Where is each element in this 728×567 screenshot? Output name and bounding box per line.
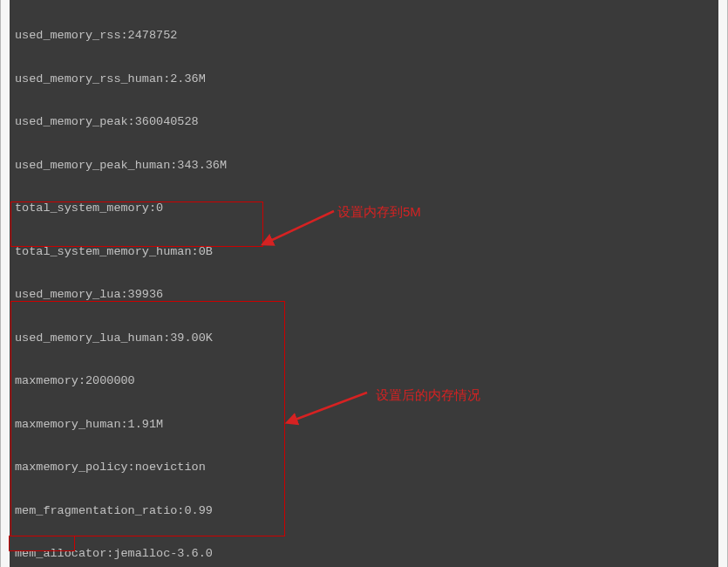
terminal-line: used_memory_lua:39936 <box>15 288 713 303</box>
terminal-line: total_system_memory_human:0B <box>15 245 713 260</box>
annotation-after-memory: 设置后的内存情况 <box>376 387 480 404</box>
terminal-line: mem_fragmentation_ratio:0.99 <box>15 504 713 519</box>
terminal-line: used_memory_lua_human:39.00K <box>15 331 713 346</box>
annotation-set-memory: 设置内存到5M <box>337 204 421 221</box>
terminal-line: maxmemory_human:1.91M <box>15 418 713 433</box>
terminal-line: mem_allocator:jemalloc-3.6.0 <box>15 547 713 562</box>
terminal-line: maxmemory_policy:noeviction <box>15 461 713 475</box>
terminal-line: used_memory_rss_human:2.36M <box>15 72 713 87</box>
terminal[interactable]: used_memory_rss:2478752 used_memory_rss_… <box>10 0 718 567</box>
terminal-line: maxmemory:2000000 <box>15 374 713 389</box>
terminal-line: used_memory_peak:360040528 <box>15 115 713 130</box>
page-container: used_memory_rss:2478752 used_memory_rss_… <box>0 0 728 567</box>
terminal-line: used_memory_peak_human:343.36M <box>15 159 713 174</box>
terminal-line: used_memory_rss:2478752 <box>15 29 713 44</box>
